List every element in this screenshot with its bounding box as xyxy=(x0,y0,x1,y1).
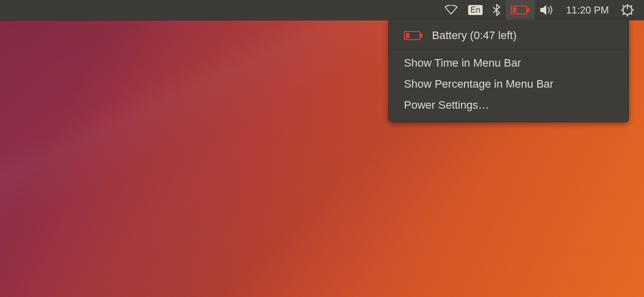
svg-rect-13 xyxy=(420,34,422,38)
top-menu-bar: En 11:20 PM xyxy=(0,0,644,20)
menu-item-power-settings[interactable]: Power Settings… xyxy=(389,95,628,116)
bluetooth-indicator[interactable] xyxy=(488,0,506,20)
gear-power-icon xyxy=(621,4,634,17)
clock-indicator[interactable]: 11:20 PM xyxy=(559,5,616,16)
battery-status-row: Battery (0:47 left) xyxy=(389,25,628,46)
svg-line-8 xyxy=(623,6,624,7)
volume-indicator[interactable] xyxy=(535,0,559,20)
network-indicator[interactable] xyxy=(439,0,463,20)
menu-item-show-time[interactable]: Show Time in Menu Bar xyxy=(389,53,628,74)
battery-indicator[interactable] xyxy=(506,0,535,20)
menu-item-label: Power Settings… xyxy=(404,99,489,112)
language-badge: En xyxy=(468,5,483,15)
menu-item-label: Show Time in Menu Bar xyxy=(404,57,521,70)
svg-rect-14 xyxy=(406,33,409,38)
menu-item-label: Show Percentage in Menu Bar xyxy=(404,78,553,91)
svg-rect-1 xyxy=(527,8,529,12)
menu-divider xyxy=(391,49,626,50)
menu-item-show-percentage[interactable]: Show Percentage in Menu Bar xyxy=(389,74,628,95)
battery-status-label: Battery (0:47 left) xyxy=(432,29,517,42)
svg-line-10 xyxy=(623,14,624,15)
battery-critical-icon xyxy=(511,5,530,15)
volume-icon xyxy=(540,5,554,16)
wifi-icon xyxy=(444,5,458,15)
system-indicator[interactable] xyxy=(616,0,639,20)
svg-line-11 xyxy=(631,14,632,15)
battery-critical-icon xyxy=(404,31,423,41)
language-indicator[interactable]: En xyxy=(463,0,488,20)
svg-line-9 xyxy=(631,6,632,7)
bluetooth-icon xyxy=(493,4,501,16)
battery-dropdown-menu: Battery (0:47 left) Show Time in Menu Ba… xyxy=(388,20,629,122)
svg-rect-2 xyxy=(513,8,516,13)
